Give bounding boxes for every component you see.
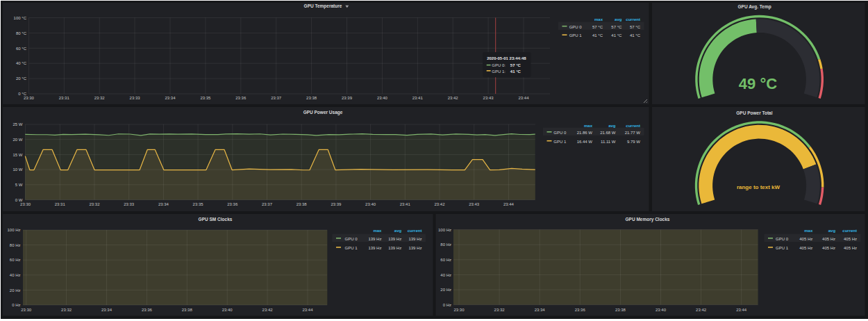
svg-text:23:42: 23:42 bbox=[696, 308, 707, 312]
svg-text:41 °C: 41 °C bbox=[510, 69, 521, 74]
svg-text:2020-05-01 23:44:48: 2020-05-01 23:44:48 bbox=[487, 56, 526, 60]
svg-text:80 Hz: 80 Hz bbox=[440, 242, 451, 247]
svg-text:GPU 0: GPU 0 bbox=[553, 131, 567, 135]
svg-text:23:40: 23:40 bbox=[656, 308, 667, 312]
svg-text:23:44: 23:44 bbox=[518, 96, 529, 100]
svg-text:23:31: 23:31 bbox=[59, 96, 70, 100]
svg-text:23:39: 23:39 bbox=[342, 96, 353, 100]
svg-text:80 °C: 80 °C bbox=[16, 31, 27, 35]
svg-text:405 Hz: 405 Hz bbox=[844, 237, 857, 241]
svg-text:23:39: 23:39 bbox=[331, 202, 342, 206]
svg-text:11.11 W: 11.11 W bbox=[601, 140, 616, 144]
svg-text:GPU Power Total: GPU Power Total bbox=[736, 110, 772, 115]
svg-text:60 Hz: 60 Hz bbox=[10, 258, 21, 262]
svg-text:23:44: 23:44 bbox=[503, 202, 515, 206]
svg-text:15 W: 15 W bbox=[12, 153, 22, 157]
svg-text:23:32: 23:32 bbox=[94, 96, 106, 100]
svg-text:21.86 W: 21.86 W bbox=[577, 131, 593, 135]
svg-text:139 Hz: 139 Hz bbox=[388, 237, 401, 241]
svg-text:current: current bbox=[842, 229, 857, 233]
svg-text:GPU Memory Clocks: GPU Memory Clocks bbox=[626, 217, 670, 222]
svg-text:57 °C: 57 °C bbox=[510, 63, 521, 67]
svg-text:23:30: 23:30 bbox=[453, 308, 465, 312]
svg-text:GPU SM Clocks: GPU SM Clocks bbox=[199, 217, 233, 222]
svg-text:23:33: 23:33 bbox=[130, 96, 141, 100]
svg-text:avg: avg bbox=[394, 229, 402, 233]
svg-text:20 Hz: 20 Hz bbox=[440, 288, 451, 292]
svg-text:20 Hz: 20 Hz bbox=[10, 288, 21, 293]
svg-text:23:32: 23:32 bbox=[494, 308, 506, 312]
svg-text:60 °C: 60 °C bbox=[16, 47, 27, 51]
svg-text:max: max bbox=[804, 229, 813, 233]
svg-text:23:35: 23:35 bbox=[193, 202, 204, 206]
svg-text:139 Hz: 139 Hz bbox=[368, 246, 381, 250]
svg-text:40 Hz: 40 Hz bbox=[10, 273, 21, 277]
svg-text:23:38: 23:38 bbox=[297, 202, 308, 206]
svg-text:57 °C: 57 °C bbox=[592, 25, 603, 29]
svg-text:current: current bbox=[626, 124, 640, 128]
svg-text:GPU 0: GPU 0 bbox=[776, 237, 789, 241]
svg-text:0 Hz: 0 Hz bbox=[443, 303, 451, 307]
svg-text:23:40: 23:40 bbox=[377, 96, 388, 100]
svg-text:23:38: 23:38 bbox=[306, 96, 317, 100]
svg-text:GPU 1:: GPU 1: bbox=[492, 69, 506, 74]
svg-text:40 Hz: 40 Hz bbox=[440, 273, 451, 277]
svg-text:23:43: 23:43 bbox=[469, 202, 480, 206]
svg-text:57 °C: 57 °C bbox=[611, 25, 622, 29]
svg-text:23:35: 23:35 bbox=[200, 96, 211, 100]
svg-text:405 Hz: 405 Hz bbox=[799, 246, 812, 250]
svg-text:max: max bbox=[584, 124, 593, 128]
svg-text:41 °C: 41 °C bbox=[592, 33, 603, 38]
svg-text:23:31: 23:31 bbox=[55, 202, 66, 206]
svg-text:23:41: 23:41 bbox=[412, 96, 424, 100]
svg-text:GPU 0:: GPU 0: bbox=[492, 63, 506, 67]
svg-text:0 Hz: 0 Hz bbox=[12, 303, 20, 307]
svg-text:23:36: 23:36 bbox=[235, 96, 247, 100]
svg-text:range to text kW: range to text kW bbox=[737, 184, 781, 190]
svg-text:41 °C: 41 °C bbox=[611, 33, 622, 38]
svg-text:GPU 1: GPU 1 bbox=[569, 33, 583, 38]
svg-text:10 W: 10 W bbox=[12, 167, 22, 172]
svg-text:avg: avg bbox=[615, 17, 622, 22]
svg-text:max: max bbox=[594, 17, 603, 22]
svg-text:80 Hz: 80 Hz bbox=[10, 243, 21, 247]
svg-text:23:38: 23:38 bbox=[182, 308, 193, 312]
svg-text:41 °C: 41 °C bbox=[630, 33, 641, 38]
svg-text:23:30: 23:30 bbox=[20, 202, 31, 206]
svg-text:21.77 W: 21.77 W bbox=[625, 131, 641, 135]
svg-text:23:44: 23:44 bbox=[302, 308, 313, 312]
svg-text:23:40: 23:40 bbox=[222, 308, 233, 312]
svg-text:23:37: 23:37 bbox=[262, 202, 273, 206]
svg-text:139 Hz: 139 Hz bbox=[408, 237, 422, 241]
svg-text:GPU 1: GPU 1 bbox=[553, 140, 567, 144]
svg-text:139 Hz: 139 Hz bbox=[408, 246, 422, 250]
svg-text:20 °C: 20 °C bbox=[16, 76, 27, 81]
svg-text:23:34: 23:34 bbox=[101, 308, 112, 312]
svg-text:405 Hz: 405 Hz bbox=[822, 237, 835, 241]
svg-text:21.68 W: 21.68 W bbox=[600, 131, 616, 135]
svg-text:current: current bbox=[408, 229, 422, 233]
svg-text:23:43: 23:43 bbox=[483, 96, 494, 100]
svg-text:avg: avg bbox=[828, 229, 836, 233]
svg-text:GPU Power Usage: GPU Power Usage bbox=[303, 110, 343, 115]
svg-text:49 °C: 49 °C bbox=[739, 75, 777, 92]
svg-text:9.79 W: 9.79 W bbox=[627, 140, 640, 144]
svg-text:max: max bbox=[373, 229, 382, 233]
svg-text:40 °C: 40 °C bbox=[16, 61, 27, 65]
svg-text:23:42: 23:42 bbox=[262, 308, 274, 312]
svg-text:23:36: 23:36 bbox=[227, 202, 238, 206]
svg-text:139 Hz: 139 Hz bbox=[368, 237, 381, 241]
svg-text:GPU Temperature: GPU Temperature bbox=[304, 3, 342, 9]
svg-text:23:32: 23:32 bbox=[61, 308, 72, 312]
svg-text:100 °C: 100 °C bbox=[14, 16, 27, 20]
svg-text:current: current bbox=[626, 17, 640, 22]
svg-text:GPU 0: GPU 0 bbox=[569, 25, 583, 29]
svg-text:GPU 0: GPU 0 bbox=[345, 237, 358, 241]
svg-text:25 W: 25 W bbox=[12, 122, 22, 126]
svg-text:23:34: 23:34 bbox=[158, 202, 169, 206]
svg-text:GPU Avg. Temp: GPU Avg. Temp bbox=[738, 4, 771, 10]
svg-text:23:36: 23:36 bbox=[575, 308, 586, 312]
svg-text:23:41: 23:41 bbox=[400, 202, 411, 206]
svg-text:60 Hz: 60 Hz bbox=[440, 258, 451, 262]
svg-text:23:38: 23:38 bbox=[615, 308, 626, 312]
